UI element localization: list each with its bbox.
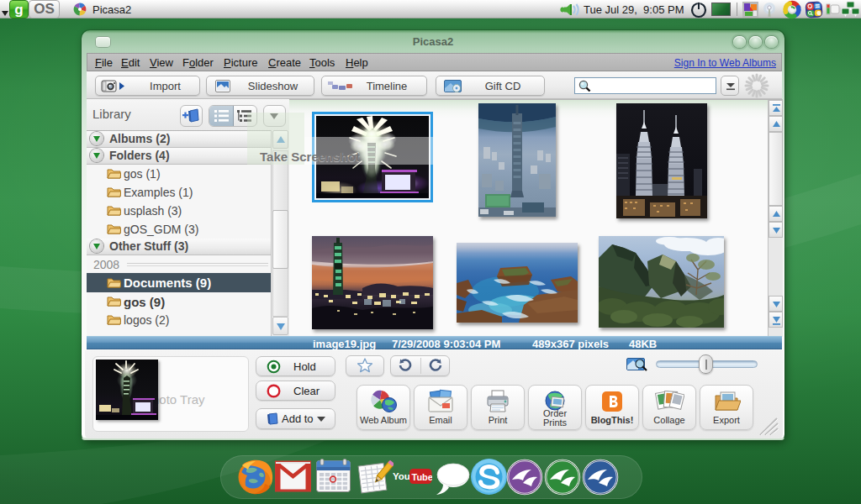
svg-text:Tube: Tube xyxy=(412,472,433,482)
svg-text:You: You xyxy=(393,471,410,481)
